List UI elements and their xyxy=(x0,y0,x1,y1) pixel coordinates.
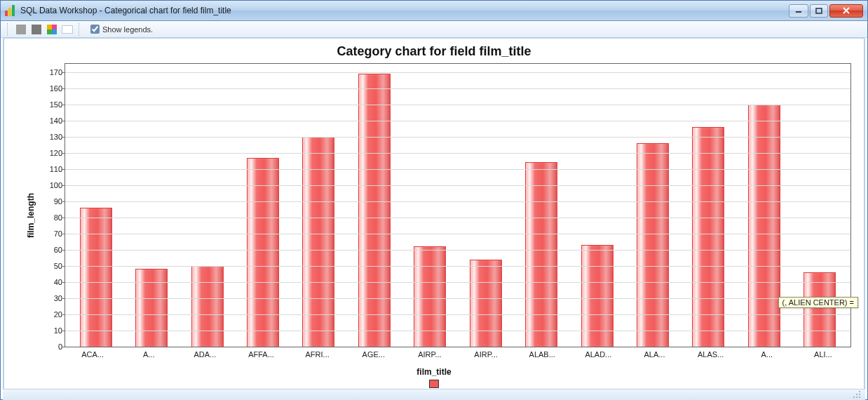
toolbar-separator xyxy=(79,23,81,36)
grid-line xyxy=(65,218,850,218)
x-tick-label: ADA... xyxy=(177,350,233,363)
grid-line xyxy=(65,331,850,331)
x-tick-label: A... xyxy=(121,350,177,363)
grid-line xyxy=(65,201,850,202)
palette-swatch-icon xyxy=(47,25,57,34)
x-tick-label: ALAD... xyxy=(570,350,626,363)
chart-area: film_length 0102030405060708090100110120… xyxy=(10,63,858,367)
palette-swatch-icon xyxy=(32,25,41,34)
y-tick-mark xyxy=(62,169,65,170)
maximize-button[interactable] xyxy=(810,4,828,18)
y-tick-label: 120 xyxy=(40,149,62,157)
y-tick-mark xyxy=(62,185,65,186)
plot-area[interactable]: 0102030405060708090100110120130140150160… xyxy=(65,63,851,347)
bar[interactable] xyxy=(135,269,168,347)
y-tick-mark xyxy=(62,298,65,299)
grid-line xyxy=(65,234,850,234)
bar[interactable] xyxy=(748,105,780,347)
y-tick-mark xyxy=(62,105,65,105)
y-tick-mark xyxy=(62,266,65,267)
y-tick-label: 140 xyxy=(40,116,62,125)
bar-slot xyxy=(458,64,513,347)
palette-multi-button[interactable] xyxy=(46,23,58,36)
x-tick-label: ALI... xyxy=(795,350,851,363)
toolbar: Show legends. xyxy=(1,21,867,38)
y-tick-mark xyxy=(62,250,65,251)
toolbar-separator xyxy=(7,23,10,36)
y-tick-label: 0 xyxy=(40,342,62,351)
palette-blank-button[interactable] xyxy=(61,23,74,36)
grid-line xyxy=(65,185,850,186)
chart-title: Category chart for field film_title xyxy=(10,44,858,59)
y-tick-mark xyxy=(62,72,65,73)
bar-slot xyxy=(179,64,235,347)
x-tick-label: ALA... xyxy=(626,350,682,363)
show-legends-input[interactable] xyxy=(90,25,100,34)
legend xyxy=(10,380,858,388)
svg-rect-1 xyxy=(816,8,822,13)
grid-line xyxy=(65,88,850,89)
x-tick-label: ALAS... xyxy=(683,350,739,363)
y-tick-label: 40 xyxy=(40,278,62,286)
grid-line xyxy=(65,250,850,251)
show-legends-checkbox[interactable]: Show legends. xyxy=(90,25,153,34)
minimize-button[interactable] xyxy=(789,4,808,18)
maximize-icon xyxy=(815,8,822,14)
bar[interactable] xyxy=(358,74,391,347)
app-icon xyxy=(5,5,16,16)
bar-slot xyxy=(513,64,569,347)
show-legends-label: Show legends. xyxy=(102,25,153,34)
bar[interactable] xyxy=(247,158,279,347)
x-axis-label: film_title xyxy=(10,367,858,377)
close-button[interactable] xyxy=(829,4,863,18)
bar[interactable] xyxy=(302,137,334,347)
bar-slot xyxy=(402,64,458,347)
grid-line xyxy=(65,314,850,315)
grid-line xyxy=(65,121,850,121)
palette-swatch-icon xyxy=(16,25,26,34)
bar-slot xyxy=(346,64,402,347)
bar-slot xyxy=(123,64,179,347)
y-tick-label: 170 xyxy=(40,68,62,76)
y-tick-mark xyxy=(62,137,65,138)
bar-slot xyxy=(68,64,123,347)
svg-rect-0 xyxy=(796,11,801,13)
y-tick-mark xyxy=(62,282,65,283)
chart-tooltip: (, ALIEN CENTER) = xyxy=(778,297,858,308)
bar-slot xyxy=(625,64,680,347)
y-tick-label: 110 xyxy=(40,165,62,173)
y-axis-label: film_length xyxy=(26,192,36,237)
bar[interactable] xyxy=(637,143,669,347)
grid-line xyxy=(65,105,850,105)
x-tick-label: AIRP... xyxy=(458,350,514,363)
bar[interactable] xyxy=(470,260,502,347)
bar[interactable] xyxy=(525,162,557,347)
y-tick-label: 160 xyxy=(40,84,62,93)
legend-swatch-icon xyxy=(429,380,439,388)
bar[interactable] xyxy=(191,266,224,347)
palette-gray1-button[interactable] xyxy=(15,23,27,36)
grid-line xyxy=(65,282,850,283)
x-tick-label: ACA... xyxy=(65,350,121,363)
close-icon xyxy=(842,7,850,14)
minimize-icon xyxy=(795,8,802,13)
x-tick-label: AIRP... xyxy=(402,350,458,363)
palette-gray2-button[interactable] xyxy=(30,23,43,36)
grid-line xyxy=(65,72,850,73)
x-tick-label: A... xyxy=(739,350,795,363)
y-tick-label: 150 xyxy=(40,100,62,109)
bar[interactable] xyxy=(80,208,112,347)
y-tick-mark xyxy=(62,153,65,154)
y-tick-label: 90 xyxy=(40,197,62,206)
bar[interactable] xyxy=(803,272,836,347)
chart-frame: Category chart for field film_title film… xyxy=(3,37,865,397)
y-tick-label: 30 xyxy=(40,294,62,302)
y-tick-mark xyxy=(62,234,65,234)
y-tick-label: 60 xyxy=(40,246,62,254)
x-tick-label: AFFA... xyxy=(233,350,289,363)
resize-grip-icon[interactable] xyxy=(853,390,862,400)
bar[interactable] xyxy=(581,245,613,347)
x-tick-label: AGE... xyxy=(346,350,402,363)
grid-line xyxy=(65,298,850,299)
bar[interactable] xyxy=(414,246,446,347)
